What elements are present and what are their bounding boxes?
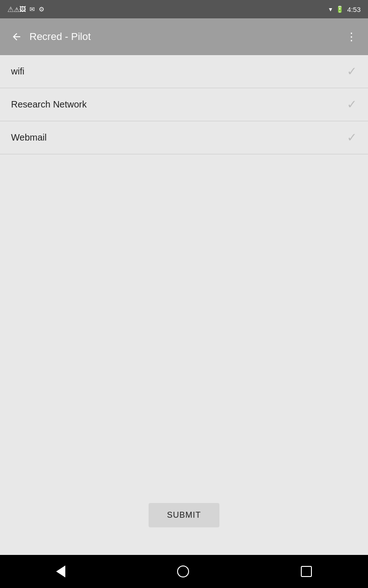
list-item-research-network-label: Research Network (11, 99, 87, 110)
app-bar: Recred - Pilot ⋮ (0, 18, 368, 55)
list-item-wifi-label: wifi (11, 66, 24, 77)
overflow-menu-button[interactable]: ⋮ (342, 27, 361, 47)
status-bar-right: ▾ 🔋 4:53 (329, 6, 361, 13)
nav-recents-icon (301, 566, 312, 577)
status-bar: ⚠ 🖼 ✉ ⚙ ▾ 🔋 4:53 (0, 0, 368, 18)
back-button[interactable] (7, 28, 26, 46)
warning-icon: ⚠ (7, 5, 16, 13)
list-item-wifi-checkmark: ✓ (347, 64, 357, 79)
list-item-webmail-checkmark: ✓ (347, 130, 357, 145)
status-time: 4:53 (347, 6, 361, 13)
main-content: wifi ✓ Research Network ✓ Webmail ✓ SUBM… (0, 55, 368, 555)
list-item-webmail-label: Webmail (11, 132, 46, 143)
app-icon: ⚙ (39, 6, 45, 13)
app-bar-title: Recred - Pilot (29, 31, 342, 43)
submit-button[interactable]: SUBMIT (149, 503, 219, 527)
list: wifi ✓ Research Network ✓ Webmail ✓ (0, 55, 368, 154)
nav-home-icon (177, 565, 189, 577)
nav-back-button[interactable] (51, 560, 71, 583)
nav-back-icon (56, 565, 65, 577)
status-bar-left: ⚠ 🖼 ✉ ⚙ (7, 5, 45, 13)
list-item-webmail[interactable]: Webmail ✓ (0, 121, 368, 154)
wifi-icon: ▾ (329, 6, 332, 13)
image-icon: 🖼 (19, 6, 26, 13)
list-item-wifi[interactable]: wifi ✓ (0, 55, 368, 88)
submit-container: SUBMIT (149, 503, 219, 527)
nav-recents-button[interactable] (295, 560, 317, 582)
list-item-research-network[interactable]: Research Network ✓ (0, 88, 368, 121)
email-icon: ✉ (29, 6, 35, 13)
nav-bar (0, 555, 368, 588)
battery-icon: 🔋 (336, 6, 344, 13)
list-item-research-network-checkmark: ✓ (347, 97, 357, 112)
nav-home-button[interactable] (172, 560, 195, 583)
